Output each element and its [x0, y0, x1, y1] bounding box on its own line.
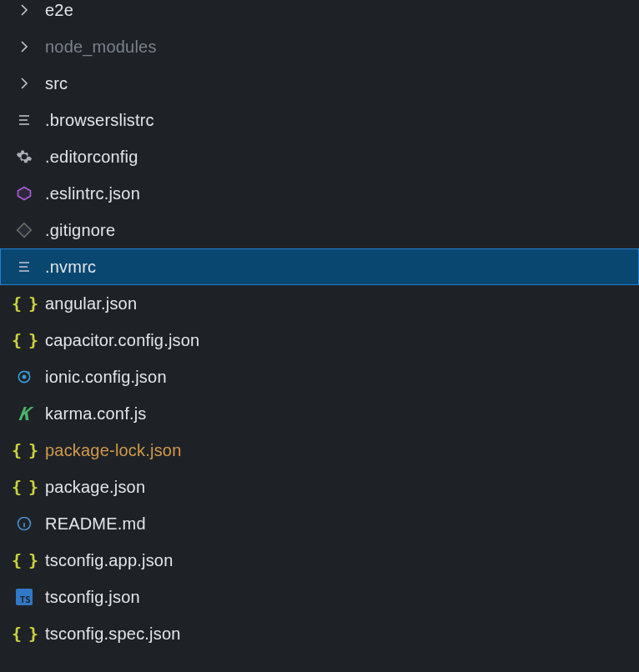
svg-marker-0	[18, 188, 31, 200]
folder-label: node_modules	[45, 38, 157, 57]
chevron-right-icon	[15, 1, 33, 19]
file-label: ionic.config.json	[45, 368, 167, 387]
file-tsconfig-spec[interactable]: { } tsconfig.spec.json	[0, 615, 639, 652]
gear-icon	[15, 148, 33, 166]
file-label: package-lock.json	[45, 441, 182, 460]
info-icon	[15, 514, 33, 533]
file-label: package.json	[45, 478, 145, 497]
folder-label: src	[45, 74, 68, 93]
folder-src[interactable]: src	[0, 65, 639, 102]
folder-e2e[interactable]: e2e	[0, 0, 639, 28]
eslint-icon	[15, 184, 33, 203]
file-label: tsconfig.json	[45, 588, 140, 607]
file-label: .nvmrc	[45, 258, 96, 277]
file-browserslistrc[interactable]: .browserslistrc	[0, 102, 639, 138]
json-icon: { }	[15, 551, 33, 569]
file-eslintrc[interactable]: .eslintrc.json	[0, 175, 639, 212]
git-icon	[15, 221, 33, 239]
file-label: tsconfig.app.json	[45, 551, 174, 570]
file-label: .gitignore	[45, 221, 115, 240]
file-tsconfig[interactable]: TS tsconfig.json	[0, 579, 639, 615]
text-file-icon	[15, 258, 33, 276]
file-label: tsconfig.spec.json	[45, 624, 181, 644]
folder-label: e2e	[45, 1, 73, 20]
text-file-icon	[15, 111, 33, 129]
json-icon: { }	[15, 331, 33, 349]
karma-icon: K	[13, 404, 34, 423]
folder-node-modules[interactable]: node_modules	[0, 28, 639, 65]
svg-point-3	[27, 371, 29, 374]
file-explorer: e2e node_modules src .browserslistrc .ed…	[0, 0, 639, 652]
file-editorconfig[interactable]: .editorconfig	[0, 138, 639, 175]
chevron-right-icon	[15, 74, 33, 93]
file-tsconfig-app[interactable]: { } tsconfig.app.json	[0, 542, 639, 579]
file-label: .editorconfig	[45, 148, 138, 167]
json-icon: { }	[15, 441, 33, 459]
file-label: README.md	[45, 514, 146, 534]
file-label: .browserslistrc	[45, 111, 154, 130]
file-package-json[interactable]: { } package.json	[0, 469, 639, 505]
file-angular-json[interactable]: { } angular.json	[0, 285, 639, 322]
file-label: karma.conf.js	[45, 404, 147, 424]
file-karma-conf[interactable]: K karma.conf.js	[0, 395, 639, 432]
file-readme[interactable]: README.md	[0, 505, 639, 542]
json-icon: { }	[15, 624, 33, 643]
file-gitignore[interactable]: .gitignore	[0, 212, 639, 248]
json-icon: { }	[15, 294, 33, 313]
typescript-icon: TS	[15, 588, 33, 606]
json-icon: { }	[15, 478, 33, 496]
file-label: .eslintrc.json	[45, 184, 140, 203]
file-nvmrc[interactable]: .nvmrc	[0, 248, 639, 285]
file-capacitor-config[interactable]: { } capacitor.config.json	[0, 322, 639, 359]
file-label: capacitor.config.json	[45, 331, 199, 350]
file-ionic-config[interactable]: ionic.config.json	[0, 359, 639, 395]
svg-point-2	[23, 375, 27, 379]
chevron-right-icon	[15, 38, 33, 56]
ionic-icon	[15, 368, 33, 386]
file-label: angular.json	[45, 294, 137, 313]
file-package-lock[interactable]: { } package-lock.json	[0, 432, 639, 469]
